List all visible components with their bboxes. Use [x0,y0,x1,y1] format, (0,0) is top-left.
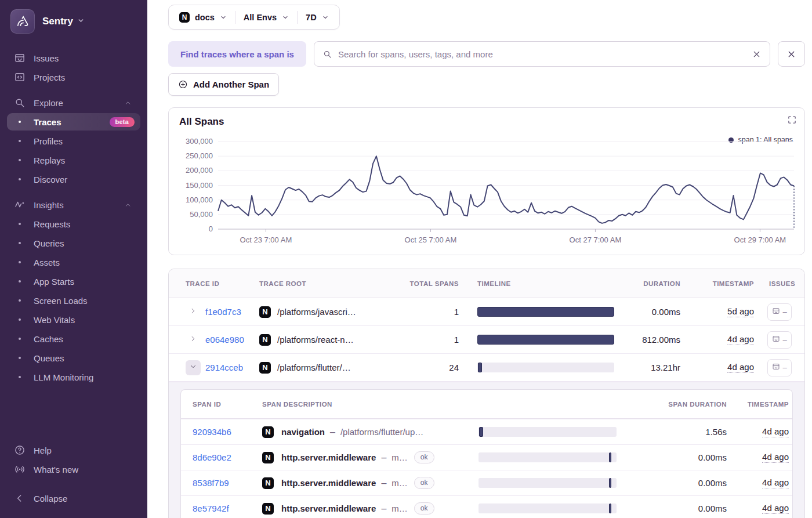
sidebar-item-llm-monitoring[interactable]: LLM Monitoring [7,368,140,386]
sidebar-item-issues[interactable]: Issues [7,49,140,67]
span-status-badge: ok [414,477,434,489]
sidebar-item-assets[interactable]: Assets [7,253,140,271]
issues-button[interactable]: – [767,359,792,376]
chevron-down-icon [322,14,329,21]
span-timeline-bar [478,478,617,488]
sidebar-item-replays[interactable]: Replays [7,151,140,169]
sidebar: Sentry Issues Projects Explore Traces be… [0,0,147,518]
sidebar-item-queries[interactable]: Queries [7,234,140,252]
find-traces-chip[interactable]: Find traces where a span is [168,41,306,67]
bullet-icon [13,223,27,225]
span-id-link[interactable]: 920934b6 [193,427,231,437]
expand-trace-button[interactable] [186,305,201,320]
span-timeline-bar [478,452,617,462]
sidebar-item-screen-loads[interactable]: Screen Loads [7,292,140,309]
sidebar-item-web-vitals[interactable]: Web Vitals [7,311,140,328]
sidebar-item-requests[interactable]: Requests [7,215,140,233]
chevron-down-icon [220,14,227,21]
platform-icon: N [262,426,274,438]
span-status-badge: ok [414,451,434,463]
span-filter-row: Find traces where a span is [168,41,805,67]
span-duration: 0.00ms [698,478,727,488]
expand-trace-button[interactable] [186,360,201,375]
span-row: 920934b6 N navigation – /platforms/flutt… [181,419,792,444]
remove-span-button[interactable] [778,41,805,67]
column-header-total-spans: TOTAL SPANS [401,280,459,287]
org-switcher[interactable]: Sentry [10,9,138,34]
column-header-duration: DURATION [614,280,680,287]
sidebar-item-queues[interactable]: Queues [7,349,140,367]
span-id-link[interactable]: 8538f7b9 [193,478,229,488]
project-selector[interactable]: N docs [171,12,235,23]
span-table-header: SPAN ID SPAN DESCRIPTION SPAN DURATION T… [181,390,792,419]
trace-root: /platforms/flutter/… [277,363,351,372]
sidebar-item-app-starts[interactable]: App Starts [7,273,140,290]
span-id-link[interactable]: 8e57942f [193,503,229,513]
issues-button[interactable]: – [767,331,792,349]
date-range-selector[interactable]: 7D [298,13,337,22]
issues-icon [772,363,780,372]
sidebar-item-caches[interactable]: Caches [7,330,140,347]
timeline-bar [477,307,614,317]
total-spans: 1 [454,335,459,345]
timeline-bar [477,335,614,345]
trace-timestamp: 4d ago [727,362,754,373]
platform-icon: N [262,477,274,489]
date-range-selector-label: 7D [306,13,317,22]
column-header-span-description: SPAN DESCRIPTION [262,401,478,408]
trace-timestamp: 5d ago [727,306,754,317]
trace-root: /platforms/react-n… [277,335,354,345]
close-icon [786,49,796,59]
bullet-icon [13,357,27,359]
bullet-icon [13,140,27,142]
expand-trace-button[interactable] [186,332,201,347]
sidebar-item-projects[interactable]: Projects [7,68,140,86]
trace-id-link[interactable]: f1e0d7c3 [205,307,241,317]
trace-id-link[interactable]: 2914cceb [205,363,243,372]
issues-button[interactable]: – [767,303,792,321]
bullet-icon [13,121,27,123]
sidebar-section-insights[interactable]: Insights [7,196,140,213]
trace-id-link[interactable]: e064e980 [205,335,244,345]
platform-icon: N [179,12,190,23]
sentry-logo-icon [10,9,35,34]
svg-text:100,000: 100,000 [186,195,213,204]
platform-icon: N [262,503,274,515]
issues-icon [772,307,780,317]
span-id-link[interactable]: 8d6e90e2 [193,452,231,462]
clear-search-icon[interactable] [752,49,762,59]
sidebar-item-collapse[interactable]: Collapse [7,490,140,507]
span-duration: 1.56s [705,427,727,437]
bullet-icon [13,318,27,321]
sidebar-item-what-s-new[interactable]: What's new [7,461,140,478]
sidebar-item-profiles[interactable]: Profiles [7,132,140,150]
svg-text:Oct 25 7:00 AM: Oct 25 7:00 AM [405,236,457,244]
span-op: http.server.middleware [281,478,376,488]
span-search-input[interactable] [338,49,746,59]
expanded-trace-panel: SPAN ID SPAN DESCRIPTION SPAN DURATION T… [169,382,804,518]
svg-text:Oct 27 7:00 AM: Oct 27 7:00 AM [570,236,622,244]
chevron-down-icon [77,16,85,27]
insights-icon [13,199,27,211]
expand-chart-button[interactable] [788,115,796,126]
trace-table-body: f1e0d7c3 N/platforms/javascri… 1 0.00ms … [169,298,804,518]
sidebar-item-discover[interactable]: Discover [7,171,140,188]
span-status-badge: ok [414,502,434,515]
collapse-icon [13,492,27,504]
trace-table: TRACE ID TRACE ROOT TOTAL SPANS TIMELINE… [168,269,805,518]
sidebar-section-explore[interactable]: Explore [7,94,140,111]
span-duration: 0.00ms [698,503,727,513]
sidebar-item-traces[interactable]: Traces beta [7,113,140,131]
trace-duration: 13.21hr [651,363,680,372]
sidebar-item-help[interactable]: Help [7,441,140,459]
span-timeline-bar [478,427,617,437]
span-description: m… [392,452,408,462]
span-description: m… [392,503,408,513]
span-op: http.server.middleware [281,452,376,462]
fullscreen-icon [788,115,796,124]
org-name: Sentry [42,16,73,27]
issues-icon [13,52,27,64]
environment-selector[interactable]: All Envs [235,13,297,22]
add-another-span-button[interactable]: Add Another Span [168,73,279,96]
spans-timeseries-chart[interactable]: 050,000100,000150,000200,000250,000300,0… [179,133,795,249]
